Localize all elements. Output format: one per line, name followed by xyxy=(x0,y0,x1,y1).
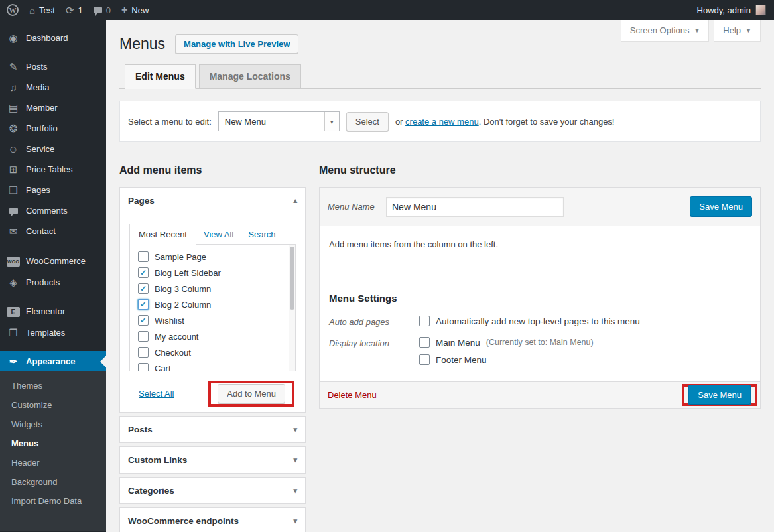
pages-panel-actions: Select All Add to Menu xyxy=(129,371,296,412)
admin-sidebar: ◉ Dashboard ✎ Posts ♫ Media ▤ Member ❂ P… xyxy=(0,20,106,532)
box-icon: ◈ xyxy=(7,277,20,287)
checkbox[interactable] xyxy=(138,331,149,342)
menu-select-bar: Select a menu to edit: New Menu ▾ Select… xyxy=(119,101,761,142)
submenu-item-import-demo-data[interactable]: Import Demo Data xyxy=(0,492,106,511)
tab-edit-menus[interactable]: Edit Menus xyxy=(125,64,196,89)
submenu-item-widgets[interactable]: Widgets xyxy=(0,415,106,434)
account-menu[interactable]: Howdy, admin xyxy=(697,5,766,15)
footer-menu-checkbox[interactable] xyxy=(419,354,430,365)
comments-link[interactable]: 0 xyxy=(94,5,111,15)
sidebar-separator xyxy=(0,293,106,300)
table-grid-icon: ⊞ xyxy=(7,165,20,174)
checkbox[interactable] xyxy=(138,315,149,326)
sidebar-item-appearance[interactable]: ✒ Appearance xyxy=(0,351,106,371)
site-link[interactable]: ⌂ Test xyxy=(29,5,55,15)
new-label: New xyxy=(131,5,149,15)
sidebar-item-comments[interactable]: Comments xyxy=(0,200,106,221)
sidebar-item-pages[interactable]: ❏ Pages xyxy=(0,180,106,200)
checkbox[interactable] xyxy=(138,347,149,358)
sidebar-item-contact[interactable]: ✉ Contact xyxy=(0,221,106,241)
delete-menu-link[interactable]: Delete Menu xyxy=(328,390,377,400)
accordion-woocommerce-endpoints[interactable]: WooCommerce endpoints ▾ xyxy=(119,507,306,532)
menu-name-input[interactable] xyxy=(386,197,564,217)
screen-options-button[interactable]: Screen Options ▼ xyxy=(621,20,710,42)
select-button[interactable]: Select xyxy=(346,112,389,131)
display-location-label: Display location xyxy=(329,337,419,365)
menu-select-dropdown[interactable]: New Menu ▾ xyxy=(218,111,340,131)
howdy-text: Howdy, admin xyxy=(697,5,751,15)
sidebar-item-member[interactable]: ▤ Member xyxy=(0,98,106,118)
updates-link[interactable]: ⟳ 1 xyxy=(66,5,83,15)
auto-add-pages-label: Auto add pages xyxy=(329,316,419,327)
submenu-item-background[interactable]: Background xyxy=(0,472,106,492)
sidebar-item-templates[interactable]: ❒ Templates xyxy=(0,322,106,343)
accordion-label: Categories xyxy=(128,486,174,496)
woocommerce-icon: WOO xyxy=(7,255,20,267)
sidebar-item-price-tables[interactable]: ⊞ Price Tables xyxy=(0,159,106,180)
sidebar-item-service[interactable]: ☺ Service xyxy=(0,139,106,159)
submenu-item-menus[interactable]: Menus xyxy=(0,434,106,453)
list-item: Wishlist xyxy=(138,315,283,326)
updates-icon: ⟳ xyxy=(66,5,74,15)
select-menu-label: Select a menu to edit: xyxy=(128,117,212,127)
scrollbar[interactable] xyxy=(289,245,295,371)
sidebar-item-dashboard[interactable]: ◉ Dashboard xyxy=(0,28,106,48)
pages-panel-body: Most Recent View All Search Sample Page … xyxy=(120,214,305,412)
screen-meta: Screen Options ▼ Help ▼ xyxy=(616,20,761,42)
sidebar-item-portfolio[interactable]: ❂ Portfolio xyxy=(0,118,106,139)
checkbox[interactable] xyxy=(138,251,149,262)
checkbox[interactable] xyxy=(138,299,149,310)
nav-tabs: Edit Menus Manage Locations xyxy=(119,64,761,89)
empty-menu-message: Add menu items from the column on the le… xyxy=(320,226,760,279)
accordion-label: WooCommerce endpoints xyxy=(128,516,239,526)
sidebar-item-label: Elementor xyxy=(26,306,65,316)
tab-most-recent[interactable]: Most Recent xyxy=(129,224,196,245)
sidebar-item-media[interactable]: ♫ Media xyxy=(0,77,106,98)
accordion-posts[interactable]: Posts ▾ xyxy=(119,416,306,443)
menu-footer-actions: Delete Menu Save Menu xyxy=(320,381,760,408)
chevron-down-icon: ▾ xyxy=(293,517,297,525)
new-content-link[interactable]: + New xyxy=(121,5,149,15)
sidebar-item-elementor[interactable]: E Elementor xyxy=(0,300,106,322)
select-all-link[interactable]: Select All xyxy=(139,389,174,399)
checkbox[interactable] xyxy=(138,267,149,278)
accordion-categories[interactable]: Categories ▾ xyxy=(119,477,306,504)
chevron-down-icon: ▾ xyxy=(324,112,339,131)
create-new-menu-link[interactable]: create a new menu xyxy=(405,117,479,127)
scrollbar-thumb[interactable] xyxy=(290,247,294,310)
sidebar-item-label: Posts xyxy=(26,62,48,72)
sidebar-item-label: Templates xyxy=(26,328,65,338)
save-menu-button-top[interactable]: Save Menu xyxy=(690,196,752,217)
submenu-item-header[interactable]: Header xyxy=(0,453,106,472)
checkbox[interactable] xyxy=(138,363,149,371)
submenu-item-themes[interactable]: Themes xyxy=(0,376,106,395)
accordion-custom-links[interactable]: Custom Links ▾ xyxy=(119,446,306,474)
annotation-highlight-box: Save Menu xyxy=(682,384,757,406)
checkbox[interactable] xyxy=(138,283,149,294)
wordpress-menu[interactable]: W xyxy=(7,4,19,16)
save-menu-button-bottom[interactable]: Save Menu xyxy=(688,385,751,405)
sidebar-item-posts[interactable]: ✎ Posts xyxy=(0,56,106,77)
sidebar-item-products[interactable]: ◈ Products xyxy=(0,272,106,293)
submenu-item-customize[interactable]: Customize xyxy=(0,395,106,415)
page-item-label: Blog Left Sidebar xyxy=(155,268,221,278)
help-button[interactable]: Help ▼ xyxy=(714,20,761,42)
sidebar-separator xyxy=(0,48,106,56)
main-content: Screen Options ▼ Help ▼ Menus Manage wit… xyxy=(106,20,774,532)
main-menu-checkbox[interactable] xyxy=(419,337,430,348)
tab-manage-locations[interactable]: Manage Locations xyxy=(199,64,301,88)
tab-view-all[interactable]: View All xyxy=(196,224,241,245)
menu-name-label: Menu Name xyxy=(328,202,386,212)
pages-panel-header[interactable]: Pages ▴ xyxy=(120,188,305,214)
sidebar-item-woocommerce[interactable]: WOO WooCommerce xyxy=(0,249,106,272)
add-to-menu-button[interactable]: Add to Menu xyxy=(218,384,285,403)
sidebar-item-label: Member xyxy=(26,103,58,113)
footer-menu-label: Footer Menu xyxy=(436,355,487,365)
manage-with-live-preview-button[interactable]: Manage with Live Preview xyxy=(175,34,298,54)
page-item-label: Wishlist xyxy=(155,316,184,326)
sidebar-item-label: Comments xyxy=(26,206,68,216)
or-text: or xyxy=(395,117,403,127)
chevron-down-icon: ▼ xyxy=(694,27,700,34)
tab-search[interactable]: Search xyxy=(241,224,283,245)
auto-add-pages-checkbox[interactable] xyxy=(419,316,430,326)
